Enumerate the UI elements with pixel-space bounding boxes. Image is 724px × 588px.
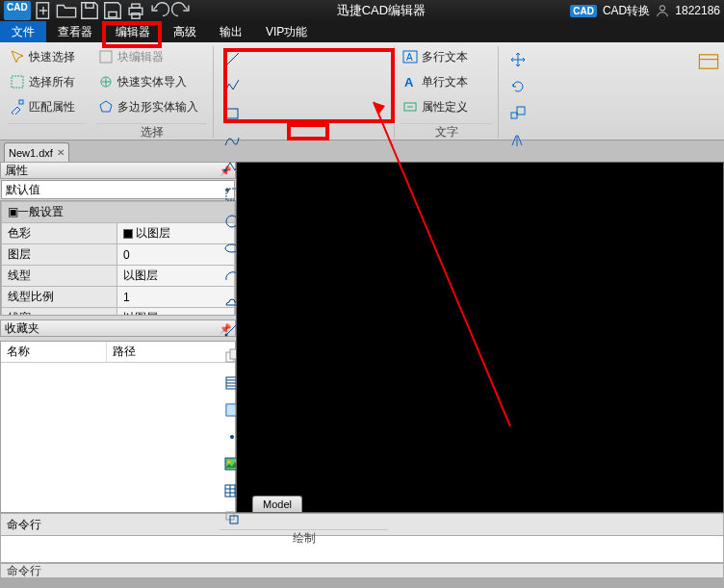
title-bar: CAD 迅捷CAD编辑器 CAD CAD转换 1822186	[0, 0, 724, 21]
menu-tabs: 文件 查看器 编辑器 高级 输出 VIP功能	[0, 21, 724, 42]
spline-icon[interactable]	[220, 129, 245, 152]
svg-text:A: A	[406, 52, 413, 63]
svg-point-8	[660, 6, 665, 11]
ribbon-group-quick: 快速选择 选择所有 匹配属性	[2, 46, 90, 139]
quick-import-label: 快速实体导入	[117, 74, 187, 90]
fav-col-name[interactable]: 名称	[1, 342, 107, 362]
line-icon[interactable]	[220, 48, 245, 71]
app-title: 迅捷CAD编辑器	[196, 2, 567, 19]
poly-input-button[interactable]: 多边形实体输入	[96, 96, 207, 117]
default-value-label: 默认值	[6, 182, 40, 198]
title-right: CAD CAD转换 1822186	[566, 3, 724, 19]
mtext-button[interactable]: A 多行文本	[401, 46, 492, 67]
poly-input-label: 多边形实体输入	[117, 99, 198, 115]
model-tab[interactable]: Model	[252, 496, 302, 512]
save-icon[interactable]	[79, 1, 100, 20]
new-icon[interactable]	[33, 1, 54, 20]
select-all-button[interactable]: 选择所有	[8, 71, 85, 92]
properties-grid[interactable]: ▣一般设置 色彩以图层 图层0 线型以图层 线型比例1 线宽以图层	[0, 200, 236, 316]
svg-rect-3	[86, 3, 93, 9]
block-editor-button: 块编辑器	[96, 46, 207, 67]
quick-import-button[interactable]: 快速实体导入	[96, 71, 207, 92]
document-tab-label: New1.dxf	[9, 147, 53, 159]
default-value-combo[interactable]: 默认值 ▾	[1, 180, 235, 199]
ribbon-group-select: 块编辑器 快速实体导入 多边形实体输入 选择	[90, 46, 214, 139]
svg-rect-10	[19, 100, 23, 104]
properties-title-label: 属性	[5, 163, 28, 179]
favorites-panel: 名称 路径	[0, 341, 236, 513]
saveas-icon[interactable]	[102, 1, 123, 20]
polyline-icon[interactable]	[220, 75, 245, 98]
table-row[interactable]: 线宽以图层	[2, 308, 235, 317]
favorites-header: 名称 路径	[1, 342, 235, 363]
quick-select-icon	[10, 49, 25, 64]
quick-access-toolbar: CAD	[0, 1, 196, 20]
cad-convert-link[interactable]: CAD转换	[603, 3, 650, 19]
document-tab[interactable]: New1.dxf ✕	[4, 142, 69, 162]
tab-vip[interactable]: VIP功能	[254, 21, 319, 42]
svg-rect-17	[226, 109, 238, 118]
favorites-title-label: 收藏夹	[5, 320, 39, 337]
table-row[interactable]: 线型比例1	[2, 287, 235, 308]
move-icon[interactable]	[504, 48, 531, 71]
quick-select-label: 快速选择	[29, 49, 75, 65]
fav-col-path[interactable]: 路径	[107, 342, 142, 362]
properties-panel-title: 属性 📌	[0, 162, 236, 179]
svg-line-16	[225, 53, 239, 66]
select-all-icon	[10, 74, 25, 89]
cad-badge-icon: CAD	[570, 5, 597, 17]
tab-editor[interactable]: 编辑器	[104, 21, 162, 42]
svg-rect-6	[132, 4, 140, 8]
rectangle-icon[interactable]	[220, 102, 245, 125]
mtext-label: 多行文本	[422, 49, 468, 65]
block-editor-label: 块编辑器	[117, 49, 164, 65]
block-editor-icon	[98, 49, 114, 64]
quick-import-icon	[98, 74, 114, 89]
draw-group-label: 绘制	[220, 529, 388, 545]
table-row[interactable]: 线型以图层	[2, 266, 235, 287]
svg-rect-9	[12, 76, 23, 88]
left-panel: 属性 📌 默认值 ▾ ▣一般设置 色彩以图层 图层0 线型以图层 线型比例1 线…	[0, 162, 236, 513]
favorites-panel-title: 收藏夹 📌	[0, 320, 236, 337]
command-line-label2: 命令行	[0, 563, 724, 578]
print-icon[interactable]	[125, 1, 146, 20]
svg-point-24	[225, 334, 228, 337]
table-row[interactable]: 图层0	[2, 244, 235, 266]
command-line-text: 命令行	[7, 517, 41, 533]
undo-icon[interactable]	[148, 1, 169, 20]
match-prop-label: 匹配属性	[29, 99, 75, 115]
ribbon-right-icon[interactable]	[697, 50, 720, 73]
match-prop-icon	[10, 99, 25, 115]
svg-rect-11	[100, 51, 112, 63]
open-icon[interactable]	[56, 1, 77, 20]
table-row[interactable]: 色彩以图层	[2, 223, 235, 244]
command-line-text2: 命令行	[7, 563, 41, 579]
ribbon-group-quick-label	[8, 123, 85, 139]
svg-rect-4	[109, 12, 116, 17]
svg-rect-66	[699, 55, 717, 68]
quick-select-button[interactable]: 快速选择	[8, 46, 85, 67]
svg-point-35	[228, 461, 231, 464]
svg-point-18	[224, 169, 227, 172]
select-group-label: 选择	[96, 123, 207, 139]
close-icon[interactable]: ✕	[57, 147, 65, 158]
tab-advanced[interactable]: 高级	[162, 21, 208, 42]
svg-marker-15	[100, 101, 112, 112]
poly-input-icon	[98, 99, 114, 115]
mtext-icon: A	[402, 49, 418, 64]
tab-output[interactable]: 输出	[208, 21, 254, 42]
prop-section-row[interactable]: ▣一般设置	[2, 202, 235, 223]
tab-file[interactable]: 文件	[0, 21, 46, 42]
redo-icon[interactable]	[171, 1, 193, 20]
select-all-label: 选择所有	[29, 74, 75, 90]
annotation-arrow	[356, 85, 520, 436]
svg-point-33	[230, 435, 234, 439]
tab-viewer[interactable]: 查看器	[46, 21, 104, 42]
match-prop-button[interactable]: 匹配属性	[8, 96, 85, 117]
svg-line-68	[374, 102, 510, 426]
user-number[interactable]: 1822186	[675, 4, 720, 17]
app-icon: CAD	[4, 1, 31, 20]
ribbon-group-tool: 工具	[499, 46, 662, 139]
user-icon[interactable]	[656, 4, 669, 17]
